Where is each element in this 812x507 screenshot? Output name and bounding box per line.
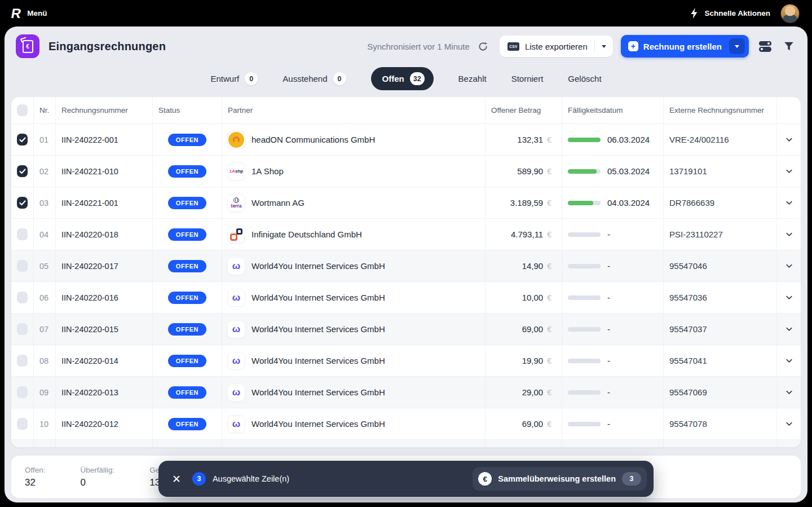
quick-actions-button[interactable]: Schnelle Aktionen bbox=[704, 9, 770, 17]
user-avatar[interactable] bbox=[780, 4, 800, 23]
tab-label: Storniert bbox=[511, 74, 544, 83]
column-header-partner[interactable]: Partner bbox=[222, 97, 486, 124]
status-cell: OFFEN bbox=[153, 156, 222, 187]
due-date-cell: - bbox=[562, 408, 664, 439]
external-invoice-number: 95547069 bbox=[669, 387, 707, 397]
divider bbox=[594, 40, 595, 52]
table-row: 05IIN-240220-017OFFENωWorld4You Internet… bbox=[11, 250, 801, 282]
create-invoice-dropdown[interactable] bbox=[729, 38, 745, 54]
row-checkbox[interactable] bbox=[17, 386, 28, 398]
column-header-invoice[interactable]: Rechnungsnummer bbox=[56, 97, 153, 124]
row-checkbox[interactable] bbox=[17, 418, 28, 430]
due-date-cell: - bbox=[562, 314, 664, 345]
chevron-down-icon[interactable] bbox=[602, 45, 606, 48]
open-amount: 4.793,11 bbox=[511, 230, 543, 239]
row-checkbox[interactable] bbox=[17, 165, 28, 177]
partner-cell: Infinigate Deutschland GmbH bbox=[222, 219, 486, 250]
partner-name: World4You Internet Services GmbH bbox=[251, 356, 385, 365]
row-checkbox[interactable] bbox=[17, 134, 28, 146]
invoice-number-cell: IIN-240220-017 bbox=[56, 250, 153, 281]
row-checkbox[interactable] bbox=[17, 197, 28, 209]
row-select-cell bbox=[11, 314, 34, 345]
status-cell: OFFEN bbox=[153, 345, 222, 376]
row-checkbox[interactable] bbox=[17, 260, 28, 272]
row-expand-chevron-icon[interactable] bbox=[783, 417, 796, 430]
row-actions-cell bbox=[777, 345, 801, 376]
row-expand-chevron-icon[interactable] bbox=[783, 228, 796, 241]
status-cell: OFFEN bbox=[153, 408, 222, 439]
open-amount: 14,90 bbox=[522, 261, 544, 271]
due-date: 04.03.2024 bbox=[607, 198, 650, 208]
row-checkbox[interactable] bbox=[17, 228, 28, 240]
partner-name: World4You Internet Services GmbH bbox=[251, 324, 385, 334]
topbar: R Menü Schnelle Aktionen bbox=[0, 0, 812, 27]
tab-label: Bezahlt bbox=[458, 74, 487, 83]
status-badge: OFFEN bbox=[168, 292, 206, 304]
row-number-cell: 05 bbox=[34, 250, 56, 281]
row-expand-chevron-icon[interactable] bbox=[783, 133, 796, 146]
row-number: 06 bbox=[39, 293, 48, 302]
invoice-number-cell: IIN-240220-016 bbox=[56, 282, 153, 313]
row-expand-chevron-icon[interactable] bbox=[783, 291, 796, 304]
footer-stat-label: Überfällig: bbox=[81, 466, 115, 474]
world4you-logo: ω bbox=[232, 324, 240, 334]
external-number-cell: PSI-23110227 bbox=[664, 219, 777, 250]
create-invoice-button[interactable]: + Rechnung erstellen bbox=[621, 35, 749, 58]
table-settings-button[interactable] bbox=[757, 39, 774, 54]
due-date-cell: - bbox=[562, 377, 664, 408]
row-checkbox[interactable] bbox=[17, 323, 28, 335]
column-header-amount[interactable]: Offener Betrag bbox=[486, 97, 562, 124]
selection-toolbar: ✕ 3 Ausgewählte Zeile(n) € Sammelüberwei… bbox=[158, 461, 654, 497]
column-header-status[interactable]: Status bbox=[153, 97, 222, 124]
table-row: 06IIN-240220-016OFFENωWorld4You Internet… bbox=[11, 282, 801, 314]
row-select-cell bbox=[11, 219, 34, 250]
select-all-checkbox[interactable] bbox=[17, 104, 28, 116]
refresh-button[interactable] bbox=[478, 41, 488, 52]
tab-ausstehend[interactable]: Ausstehend0 bbox=[283, 72, 346, 85]
row-expand-chevron-icon[interactable] bbox=[783, 259, 796, 272]
row-checkbox[interactable] bbox=[17, 292, 28, 303]
invoice-number-cell: IIN-240220-014 bbox=[56, 345, 153, 376]
open-amount: 132,31 bbox=[517, 135, 543, 144]
brand-logo-icon[interactable]: R bbox=[10, 6, 22, 21]
row-expand-chevron-icon[interactable] bbox=[783, 196, 796, 209]
invoice-number: IIN-240222-001 bbox=[61, 135, 118, 144]
currency-symbol: € bbox=[547, 262, 551, 271]
status-badge: OFFEN bbox=[168, 386, 206, 399]
row-number-cell: 01 bbox=[34, 124, 56, 155]
invoice-number: IIN-240220-018 bbox=[61, 230, 118, 239]
partner-cell: ωWorld4You Internet Services GmbH bbox=[222, 314, 486, 345]
tab-bezahlt[interactable]: Bezahlt bbox=[458, 74, 487, 83]
row-expand-chevron-icon[interactable] bbox=[783, 354, 796, 367]
tab-gelöscht[interactable]: Gelöscht bbox=[568, 74, 601, 83]
partner-logo: ω bbox=[228, 258, 245, 275]
row-expand-chevron-icon[interactable] bbox=[783, 386, 796, 399]
payment-progress-bar bbox=[568, 201, 601, 205]
table-row: 10IIN-240220-012OFFENωWorld4You Internet… bbox=[11, 408, 801, 440]
currency-symbol: € bbox=[547, 135, 551, 144]
menu-button[interactable]: Menü bbox=[27, 9, 47, 17]
currency-symbol: € bbox=[547, 325, 551, 334]
close-icon[interactable]: ✕ bbox=[169, 471, 184, 487]
status-cell: OFFEN bbox=[153, 124, 222, 155]
row-select-cell bbox=[11, 377, 34, 408]
row-checkbox[interactable] bbox=[17, 355, 28, 367]
column-header-nr[interactable]: Nr. bbox=[34, 97, 56, 124]
bulk-transfer-button[interactable]: € Sammelüberweisung erstellen 3 bbox=[473, 467, 647, 491]
column-header-due[interactable]: Fälligkeitsdatum bbox=[562, 97, 664, 124]
due-date: - bbox=[607, 356, 610, 365]
export-list-button[interactable]: CSV Liste exportieren bbox=[500, 36, 613, 57]
filter-button[interactable] bbox=[782, 39, 796, 54]
partner-cell: ωWorld4You Internet Services GmbH bbox=[222, 345, 486, 376]
row-number-cell: 02 bbox=[34, 156, 56, 187]
partner-cell: terraWortmann AG bbox=[222, 187, 486, 218]
column-header-external[interactable]: Externe Rechnungsnummer bbox=[664, 97, 777, 124]
tab-entwurf[interactable]: Entwurf0 bbox=[210, 72, 258, 85]
receipt-euro-icon: € bbox=[23, 40, 33, 53]
due-date: - bbox=[607, 387, 610, 397]
tab-offen[interactable]: Offen32 bbox=[371, 67, 434, 90]
row-expand-chevron-icon[interactable] bbox=[783, 165, 796, 178]
open-amount: 69,00 bbox=[522, 324, 544, 334]
tab-storniert[interactable]: Storniert bbox=[511, 74, 544, 83]
row-expand-chevron-icon[interactable] bbox=[783, 323, 796, 336]
